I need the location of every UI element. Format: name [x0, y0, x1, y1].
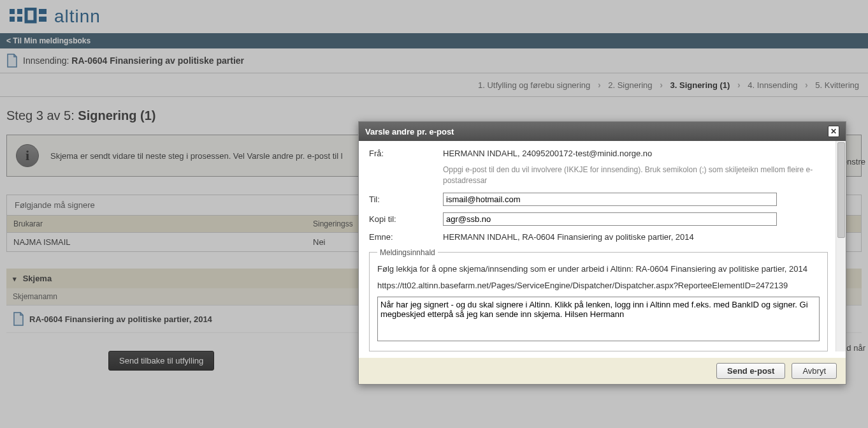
- send-email-button[interactable]: Send e-post: [716, 363, 785, 379]
- subject-label: Emne:: [369, 232, 443, 242]
- to-label: Til:: [369, 195, 443, 204]
- scrollbar[interactable]: [835, 141, 846, 351]
- to-input[interactable]: [443, 193, 777, 206]
- message-line1: Følg lekkja for å opne skjema/innsending…: [377, 263, 820, 275]
- message-legend: Meldingsinnhald: [377, 248, 438, 257]
- modal-title: Varsle andre pr. e-post: [365, 127, 454, 137]
- helper-text: Oppgi e-post til den du vil involvere (I…: [443, 165, 828, 186]
- close-icon[interactable]: ✕: [828, 126, 839, 137]
- from-value: HERMANN INDAHL, 24095200172-test@minid.n…: [443, 149, 652, 158]
- message-textarea[interactable]: [377, 297, 820, 341]
- cc-input[interactable]: [443, 212, 777, 226]
- subject-value: HERMANN INDAHL, RA-0604 Finansiering av …: [443, 232, 694, 242]
- scroll-thumb[interactable]: [837, 142, 845, 238]
- modal-footer: Send e-post Avbryt: [359, 358, 846, 384]
- message-fieldset: Meldingsinnhald Følg lekkja for å opne s…: [369, 248, 828, 351]
- message-link: https://tt02.altinn.basefarm.net/Pages/S…: [377, 280, 820, 291]
- cancel-button[interactable]: Avbryt: [792, 363, 837, 379]
- modal-header: Varsle andre pr. e-post ✕: [359, 122, 846, 141]
- email-modal: Varsle andre pr. e-post ✕ Frå: HERMANN I…: [358, 121, 846, 385]
- cc-label: Kopi til:: [369, 214, 443, 224]
- from-label: Frå:: [369, 149, 443, 158]
